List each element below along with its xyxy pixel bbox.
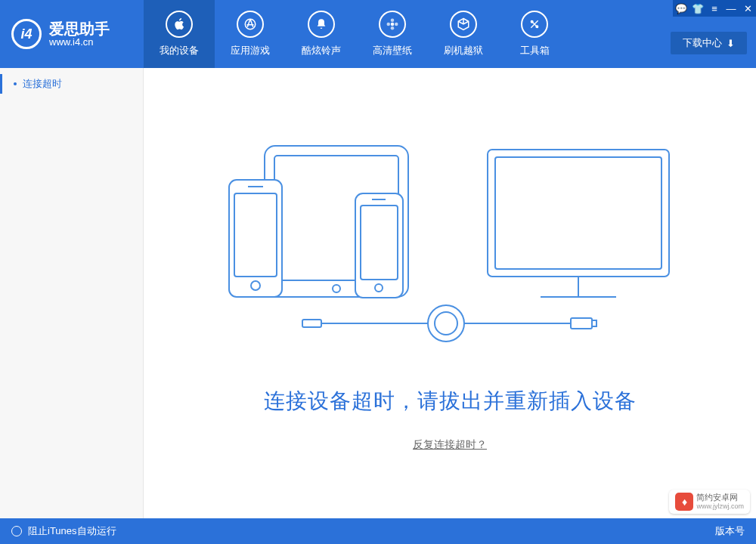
svg-point-10	[333, 285, 340, 292]
app-title: 爱思助手	[49, 20, 110, 37]
flower-icon	[379, 11, 406, 38]
svg-point-4	[387, 23, 391, 26]
device-illustration	[223, 134, 677, 357]
window-controls: 💬 👕 ≡ — ✕	[673, 0, 756, 17]
download-icon: ⬇	[727, 38, 735, 49]
svg-point-7	[536, 26, 538, 28]
bullet-icon	[14, 82, 17, 85]
nav-label: 高清壁纸	[373, 44, 412, 57]
feedback-icon[interactable]: 💬	[673, 0, 689, 17]
body-area: 连接超时	[0, 68, 756, 518]
svg-point-1	[391, 23, 395, 26]
nav-label: 刷机越狱	[444, 44, 483, 57]
nav-label: 我的设备	[160, 44, 199, 57]
itunes-block-label: 阻止iTunes自动运行	[28, 524, 116, 538]
footer: 阻止iTunes自动运行 版本号	[0, 518, 756, 544]
logo-icon: i4	[11, 19, 42, 49]
download-label: 下载中心	[683, 36, 722, 50]
apple-icon	[166, 11, 193, 38]
nav-apps-games[interactable]: 应用游戏	[215, 0, 286, 68]
nav-label: 工具箱	[520, 44, 550, 57]
sidebar: 连接超时	[0, 68, 144, 518]
minimize-button[interactable]: —	[723, 0, 739, 17]
logo-area: i4 爱思助手 www.i4.cn	[0, 0, 144, 68]
tools-icon	[521, 11, 548, 38]
version-label: 版本号	[715, 524, 745, 538]
nav-my-device[interactable]: 我的设备	[144, 0, 215, 68]
header: i4 爱思助手 www.i4.cn 我的设备 应用游戏 酷炫铃声 高清壁纸 刷机…	[0, 0, 756, 68]
nav-wallpapers[interactable]: 高清壁纸	[357, 0, 428, 68]
watermark-url: www.jylzwj.com	[696, 502, 744, 511]
nav-ringtones[interactable]: 酷炫铃声	[286, 0, 357, 68]
svg-point-5	[395, 23, 398, 26]
svg-point-2	[391, 19, 395, 23]
nav-label: 应用游戏	[231, 44, 270, 57]
watermark-icon: ♦	[675, 493, 693, 511]
watermark: ♦ 简约安卓网 www.jylzwj.com	[669, 490, 750, 514]
svg-rect-15	[355, 193, 403, 298]
close-button[interactable]: ✕	[739, 0, 756, 17]
menu-icon[interactable]: ≡	[706, 0, 723, 17]
svg-rect-26	[571, 318, 592, 329]
download-center-button[interactable]: 下载中心 ⬇	[671, 32, 747, 54]
timeout-message: 连接设备超时，请拔出并重新插入设备	[264, 387, 637, 416]
nav-toolbox[interactable]: 工具箱	[499, 0, 570, 68]
sidebar-item-timeout[interactable]: 连接超时	[0, 68, 143, 100]
box-icon	[450, 11, 477, 38]
bell-icon	[308, 11, 335, 38]
svg-point-6	[531, 20, 533, 23]
svg-rect-25	[302, 320, 321, 327]
svg-point-23	[428, 305, 464, 342]
sidebar-item-label: 连接超时	[23, 77, 62, 91]
help-link[interactable]: 反复连接超时？	[413, 438, 487, 452]
logo-text: 爱思助手 www.i4.cn	[49, 20, 110, 48]
nav-flash-jailbreak[interactable]: 刷机越狱	[428, 0, 499, 68]
skin-icon[interactable]: 👕	[689, 0, 706, 17]
itunes-block-toggle[interactable]: 阻止iTunes自动运行	[11, 524, 116, 538]
nav-label: 酷炫铃声	[302, 44, 341, 57]
radio-icon	[11, 526, 22, 536]
svg-rect-11	[229, 180, 282, 297]
svg-point-3	[391, 26, 395, 30]
app-url: www.i4.cn	[49, 37, 110, 48]
svg-rect-20	[495, 157, 662, 269]
main-content: 连接设备超时，请拔出并重新插入设备 反复连接超时？	[144, 68, 756, 518]
svg-rect-27	[592, 320, 596, 326]
watermark-text: 简约安卓网 www.jylzwj.com	[696, 493, 744, 511]
main-nav: 我的设备 应用游戏 酷炫铃声 高清壁纸 刷机越狱 工具箱	[144, 0, 570, 68]
watermark-name: 简约安卓网	[696, 493, 744, 502]
svg-rect-19	[488, 150, 669, 277]
apps-icon	[237, 11, 264, 38]
